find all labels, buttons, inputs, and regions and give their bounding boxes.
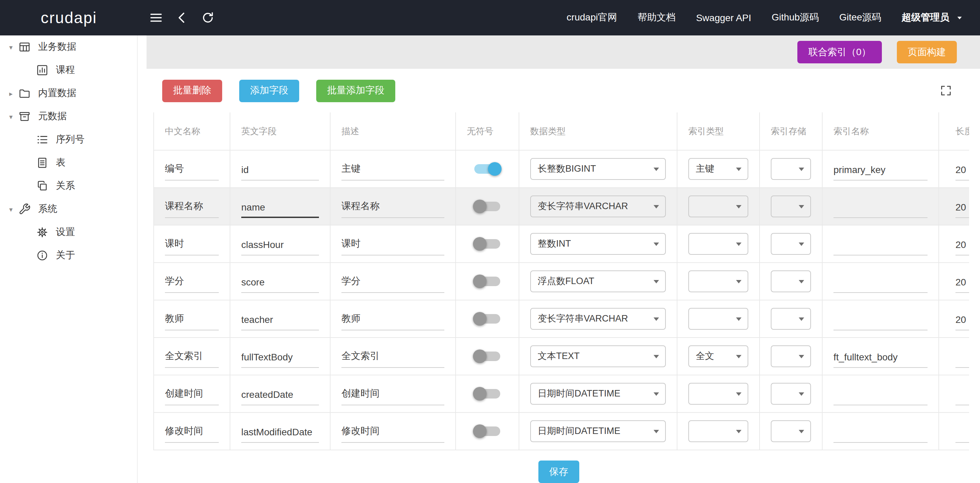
save-button[interactable]: 保存	[538, 461, 579, 483]
description-input[interactable]: 主键	[341, 157, 444, 181]
index-type-select[interactable]	[688, 270, 748, 292]
union-index-button[interactable]: 联合索引（0）	[797, 41, 882, 64]
nav-link-help-docs[interactable]: 帮助文档	[638, 11, 676, 24]
length-input[interactable]	[956, 345, 969, 368]
batch-delete-button[interactable]: 批量删除	[162, 79, 222, 102]
index-name-input[interactable]	[834, 307, 928, 330]
batch-add-field-button[interactable]: 批量添加字段	[316, 79, 395, 102]
data-type-select[interactable]: 文本TEXT	[530, 345, 666, 367]
english-field-input[interactable]: score	[241, 270, 319, 293]
index-type-select[interactable]	[688, 195, 748, 217]
english-field-input[interactable]: lastModifiedDate	[241, 419, 319, 443]
sidebar-item-gear[interactable]: 设置	[0, 221, 137, 244]
data-type-select[interactable]: 日期时间DATETIME	[530, 420, 666, 442]
length-input[interactable]: 20	[956, 270, 969, 293]
index-name-input[interactable]	[834, 195, 928, 218]
data-type-select[interactable]: 长整数BIGINT	[530, 158, 666, 180]
description-input[interactable]: 全文索引	[341, 345, 444, 368]
length-input[interactable]: 20	[956, 195, 969, 218]
sidebar-item-copy[interactable]: 关系	[0, 175, 137, 197]
page-build-button[interactable]: 页面构建	[897, 41, 957, 64]
data-type-select[interactable]: 整数INT	[530, 233, 666, 255]
unsigned-toggle[interactable]	[474, 426, 500, 436]
index-name-input[interactable]	[834, 419, 928, 443]
description-input[interactable]: 创建时间	[341, 382, 444, 405]
english-field-input[interactable]: teacher	[241, 307, 319, 330]
description-input[interactable]: 学分	[341, 270, 444, 293]
index-storage-select[interactable]	[771, 233, 811, 255]
english-field-input[interactable]: name	[241, 195, 319, 218]
data-type-select[interactable]: 变长字符串VARCHAR	[530, 195, 666, 217]
sidebar-item-label: 序列号	[56, 133, 84, 146]
sidebar-item-folder[interactable]: ▸ 内置数据	[0, 82, 137, 105]
index-type-select[interactable]: 主键	[688, 158, 748, 180]
english-field-input[interactable]: fullTextBody	[241, 345, 319, 368]
index-storage-select[interactable]	[771, 158, 811, 180]
index-name-input[interactable]	[834, 270, 928, 293]
english-field-input[interactable]: id	[241, 157, 319, 181]
index-name-input[interactable]: primary_key	[834, 157, 928, 181]
refresh-button[interactable]	[196, 6, 220, 29]
unsigned-toggle[interactable]	[474, 276, 500, 286]
index-name-input[interactable]	[834, 382, 928, 405]
data-type-select[interactable]: 变长字符串VARCHAR	[530, 308, 666, 330]
description-input[interactable]: 教师	[341, 307, 444, 330]
index-storage-select[interactable]	[771, 420, 811, 442]
data-type-select[interactable]: 浮点数FLOAT	[530, 270, 666, 292]
index-type-select[interactable]	[688, 308, 748, 330]
unsigned-toggle[interactable]	[474, 351, 500, 361]
description-input[interactable]: 课程名称	[341, 195, 444, 218]
nav-link-gitee-source[interactable]: Gitee源码	[839, 11, 881, 24]
fullscreen-icon	[940, 84, 952, 97]
unsigned-toggle[interactable]	[474, 164, 500, 174]
english-field-input[interactable]: classHour	[241, 232, 319, 256]
length-input[interactable]: 20	[956, 307, 969, 330]
sidebar-item-table[interactable]: ▾ 业务数据	[0, 35, 137, 59]
length-input[interactable]: 20	[956, 157, 969, 181]
back-button[interactable]	[170, 6, 194, 29]
index-storage-select[interactable]	[771, 195, 811, 217]
index-type-select[interactable]	[688, 383, 748, 405]
chinese-name-input[interactable]: 课时	[165, 232, 219, 256]
chinese-name-input[interactable]: 编号	[165, 157, 219, 181]
add-field-button[interactable]: 添加字段	[239, 79, 299, 102]
english-field-input[interactable]: createdDate	[241, 382, 319, 405]
index-name-input[interactable]	[834, 232, 928, 256]
index-storage-select[interactable]	[771, 270, 811, 292]
sidebar-item-archive[interactable]: ▾ 元数据	[0, 105, 137, 128]
unsigned-toggle[interactable]	[474, 314, 500, 324]
unsigned-toggle[interactable]	[474, 239, 500, 249]
sidebar-item-wrench[interactable]: ▾ 系统	[0, 197, 137, 221]
length-input[interactable]	[956, 419, 969, 443]
nav-link-github-source[interactable]: Github源码	[772, 11, 819, 24]
menu-button[interactable]	[145, 6, 168, 29]
index-type-select[interactable]: 全文	[688, 345, 748, 367]
unsigned-toggle[interactable]	[474, 202, 500, 211]
index-type-select[interactable]	[688, 233, 748, 255]
chinese-name-input[interactable]: 教师	[165, 307, 219, 330]
index-storage-select[interactable]	[771, 383, 811, 405]
description-input[interactable]: 修改时间	[341, 419, 444, 443]
length-input[interactable]	[956, 382, 969, 405]
nav-link-swagger-api[interactable]: Swagger API	[696, 12, 751, 23]
description-input[interactable]: 课时	[341, 232, 444, 256]
user-menu[interactable]: 超级管理员	[902, 11, 965, 24]
fullscreen-button[interactable]	[936, 81, 956, 100]
chinese-name-input[interactable]: 全文索引	[165, 345, 219, 368]
index-name-input[interactable]: ft_fulltext_body	[834, 345, 928, 368]
index-storage-select[interactable]	[771, 308, 811, 330]
sidebar-item-info[interactable]: 关于	[0, 244, 137, 267]
sidebar-item-chart[interactable]: 课程	[0, 59, 137, 82]
chinese-name-input[interactable]: 创建时间	[165, 382, 219, 405]
chinese-name-input[interactable]: 学分	[165, 270, 219, 293]
chinese-name-input[interactable]: 课程名称	[165, 195, 219, 218]
data-type-select[interactable]: 日期时间DATETIME	[530, 383, 666, 405]
chinese-name-input[interactable]: 修改时间	[165, 419, 219, 443]
length-input[interactable]: 20	[956, 232, 969, 256]
index-storage-select[interactable]	[771, 345, 811, 367]
sidebar-item-list[interactable]: 序列号	[0, 128, 137, 151]
index-type-select[interactable]	[688, 420, 748, 442]
nav-link-official-site[interactable]: crudapi官网	[567, 11, 617, 24]
unsigned-toggle[interactable]	[474, 389, 500, 399]
sidebar-item-doc[interactable]: 表	[0, 151, 137, 175]
